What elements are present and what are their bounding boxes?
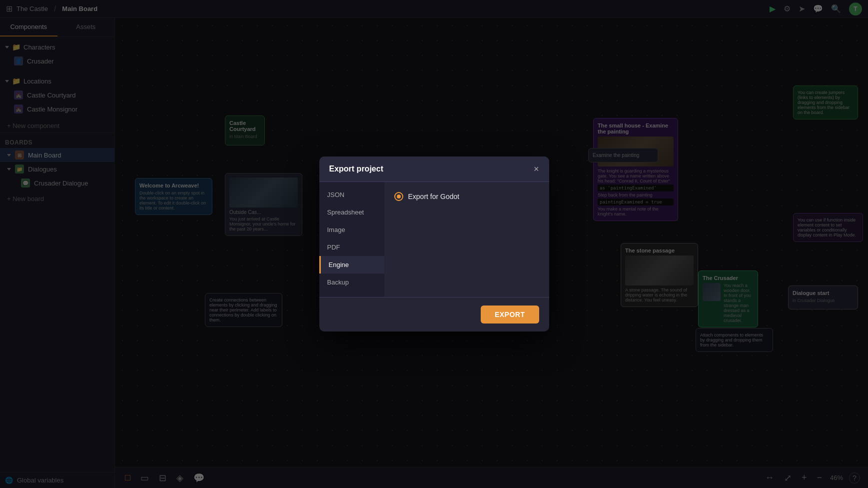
modal-content: Export for Godot xyxy=(384,182,549,297)
export-godot-label: Export for Godot xyxy=(408,192,460,200)
modal-footer: EXPORT xyxy=(319,297,549,332)
export-modal: Export project × JSON Spreadsheet Image … xyxy=(319,156,549,332)
modal-title: Export project xyxy=(329,164,383,174)
modal-sidebar: JSON Spreadsheet Image PDF Engine Backup xyxy=(319,182,384,297)
modal-option-image[interactable]: Image xyxy=(319,221,384,238)
radio-godot[interactable] xyxy=(394,192,403,201)
modal-option-json[interactable]: JSON xyxy=(319,186,384,204)
modal-option-backup[interactable]: Backup xyxy=(319,274,384,291)
export-button[interactable]: EXPORT xyxy=(481,306,539,324)
modal-overlay[interactable]: Export project × JSON Spreadsheet Image … xyxy=(0,0,868,488)
modal-close-button[interactable]: × xyxy=(534,164,539,174)
modal-body: JSON Spreadsheet Image PDF Engine Backup… xyxy=(319,182,549,297)
export-option-godot[interactable]: Export for Godot xyxy=(394,192,539,201)
modal-option-engine[interactable]: Engine xyxy=(319,256,384,274)
modal-option-spreadsheet[interactable]: Spreadsheet xyxy=(319,204,384,221)
modal-header: Export project × xyxy=(319,156,549,182)
modal-option-pdf[interactable]: PDF xyxy=(319,238,384,256)
